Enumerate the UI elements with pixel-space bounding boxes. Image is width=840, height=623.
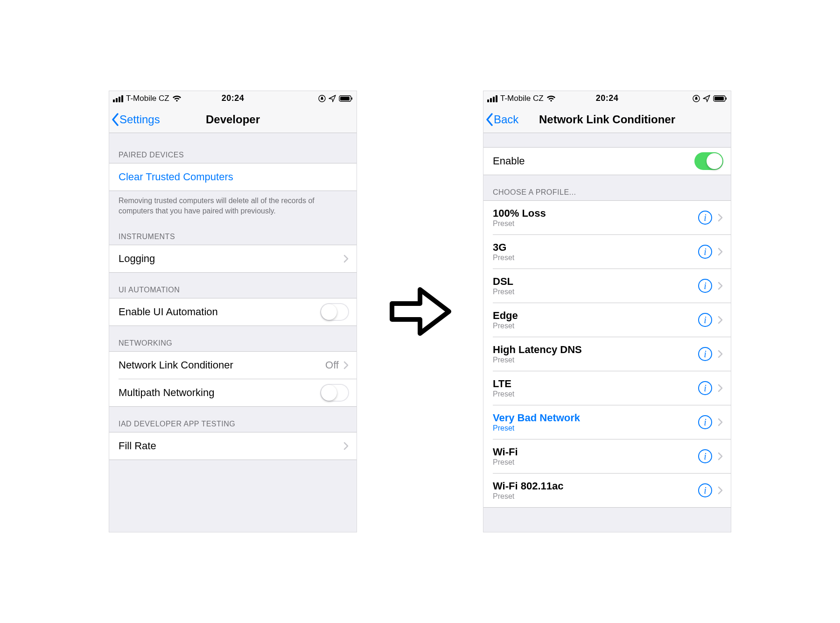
- content-scroll[interactable]: Enable CHOOSE A PROFILE... 100% LossPres…: [483, 133, 731, 532]
- profile-row[interactable]: 100% LossPreseti: [483, 201, 731, 234]
- info-icon[interactable]: i: [698, 449, 712, 463]
- profile-row[interactable]: 3GPreseti: [493, 234, 731, 269]
- info-icon[interactable]: i: [698, 279, 712, 293]
- svg-rect-6: [714, 97, 724, 100]
- location-icon: [703, 95, 710, 102]
- profile-row[interactable]: Very Bad NetworkPreseti: [493, 405, 731, 439]
- screen-network-link-conditioner: T-Mobile CZ 20:24 Back Network Link Con: [483, 91, 731, 532]
- chevron-left-icon: [111, 113, 119, 127]
- info-icon[interactable]: i: [698, 381, 712, 395]
- info-icon[interactable]: i: [698, 211, 712, 225]
- svg-rect-2: [340, 97, 350, 100]
- chevron-right-icon: [343, 442, 349, 450]
- page-title: Network Link Conditioner: [483, 113, 731, 126]
- enable-ui-automation-row: Enable UI Automation: [109, 298, 357, 326]
- profile-subtitle: Preset: [493, 254, 698, 262]
- chevron-right-icon: [343, 255, 349, 263]
- profile-subtitle: Preset: [493, 492, 698, 501]
- nav-bar: Back Network Link Conditioner: [483, 106, 731, 133]
- enable-switch[interactable]: [694, 152, 723, 170]
- back-label: Back: [494, 113, 518, 126]
- status-bar: T-Mobile CZ 20:24: [483, 91, 731, 106]
- wifi-icon: [172, 95, 182, 102]
- profile-row[interactable]: Wi-Fi 802.11acPreseti: [493, 473, 731, 507]
- cell-label: Enable: [493, 155, 694, 167]
- profile-row[interactable]: DSLPreseti: [493, 269, 731, 303]
- info-icon[interactable]: i: [698, 347, 712, 361]
- chevron-right-icon: [718, 248, 723, 256]
- content-scroll[interactable]: PAIRED DEVICES Clear Trusted Computers R…: [109, 133, 357, 532]
- clear-trusted-button[interactable]: Clear Trusted Computers: [109, 163, 357, 191]
- profile-subtitle: Preset: [493, 322, 698, 330]
- info-icon[interactable]: i: [698, 415, 712, 429]
- cell-label: Enable UI Automation: [119, 306, 320, 318]
- chevron-right-icon: [718, 316, 723, 324]
- chevron-right-icon: [718, 350, 723, 358]
- section-footer-paired: Removing trusted computers will delete a…: [109, 191, 357, 219]
- enable-row: Enable: [483, 148, 731, 175]
- rotation-lock-icon: [318, 95, 326, 102]
- profile-subtitle: Preset: [493, 424, 698, 432]
- profile-row[interactable]: Wi-FiPreseti: [493, 439, 731, 473]
- battery-icon: [713, 95, 727, 102]
- profile-row[interactable]: High Latency DNSPreseti: [493, 337, 731, 371]
- enable-ui-automation-switch[interactable]: [320, 303, 349, 321]
- profile-title: Very Bad Network: [493, 412, 698, 424]
- info-icon[interactable]: i: [698, 483, 712, 497]
- section-header-ui-automation: UI AUTOMATION: [109, 273, 357, 298]
- logging-row[interactable]: Logging: [109, 245, 357, 272]
- battery-icon: [339, 95, 353, 102]
- chevron-left-icon: [485, 113, 494, 127]
- profile-subtitle: Preset: [493, 458, 698, 467]
- profile-row[interactable]: LTEPreseti: [493, 371, 731, 405]
- section-header-instruments: INSTRUMENTS: [109, 219, 357, 245]
- cell-label: Network Link Conditioner: [119, 359, 325, 371]
- svg-rect-3: [351, 98, 352, 100]
- info-icon[interactable]: i: [698, 313, 712, 327]
- signal-bars-icon: [487, 95, 497, 102]
- location-icon: [329, 95, 336, 102]
- signal-bars-icon: [113, 95, 123, 102]
- profile-title: 100% Loss: [493, 207, 698, 219]
- profile-row[interactable]: EdgePreseti: [493, 303, 731, 337]
- back-label: Settings: [119, 113, 160, 126]
- profile-title: LTE: [493, 378, 698, 390]
- chevron-right-icon: [718, 282, 723, 290]
- chevron-right-icon: [343, 361, 349, 369]
- back-button[interactable]: Back: [483, 113, 518, 127]
- carrier-label: T-Mobile CZ: [500, 94, 544, 103]
- profile-title: Edge: [493, 310, 698, 322]
- back-button[interactable]: Settings: [109, 113, 160, 127]
- profile-subtitle: Preset: [493, 356, 698, 364]
- section-header-networking: NETWORKING: [109, 326, 357, 351]
- profile-subtitle: Preset: [493, 219, 698, 228]
- profile-subtitle: Preset: [493, 390, 698, 398]
- multipath-networking-row: Multipath Networking: [119, 379, 357, 406]
- cell-label: Logging: [119, 253, 343, 265]
- info-icon[interactable]: i: [698, 245, 712, 259]
- profile-title: High Latency DNS: [493, 344, 698, 356]
- wifi-icon: [546, 95, 556, 102]
- network-link-conditioner-row[interactable]: Network Link Conditioner Off: [109, 352, 357, 379]
- profile-title: Wi-Fi: [493, 446, 698, 458]
- status-bar: T-Mobile CZ 20:24: [109, 91, 357, 106]
- chevron-right-icon: [718, 452, 723, 460]
- carrier-label: T-Mobile CZ: [126, 94, 169, 103]
- profile-title: Wi-Fi 802.11ac: [493, 480, 698, 492]
- section-header-paired: PAIRED DEVICES: [109, 133, 357, 163]
- chevron-right-icon: [718, 418, 723, 426]
- cell-label: Multipath Networking: [119, 387, 320, 399]
- multipath-switch[interactable]: [320, 384, 349, 402]
- rotation-lock-icon: [693, 95, 700, 102]
- svg-rect-7: [726, 98, 727, 100]
- cell-value: Off: [325, 359, 339, 371]
- profile-title: DSL: [493, 276, 698, 288]
- fill-rate-row[interactable]: Fill Rate: [109, 432, 357, 460]
- section-header-profiles: CHOOSE A PROFILE...: [483, 175, 731, 200]
- arrow-right-icon: [385, 276, 455, 347]
- profile-subtitle: Preset: [493, 288, 698, 296]
- section-header-iad: IAD DEVELOPER APP TESTING: [109, 407, 357, 432]
- cell-label: Fill Rate: [119, 440, 343, 452]
- cell-label: Clear Trusted Computers: [119, 171, 349, 183]
- nav-bar: Settings Developer: [109, 106, 357, 133]
